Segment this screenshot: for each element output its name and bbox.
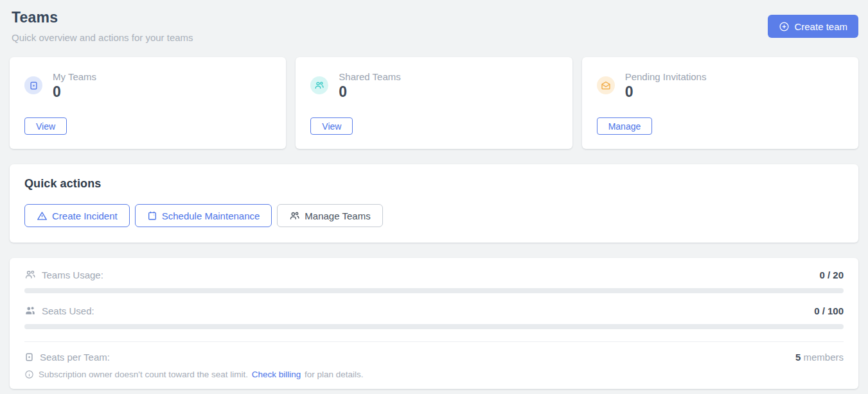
teams-usage-row: Teams Usage: 0 / 20 — [24, 269, 844, 280]
users-icon — [310, 76, 328, 94]
create-incident-label: Create Incident — [52, 210, 118, 221]
id-badge-icon — [24, 352, 34, 362]
warning-triangle-icon — [37, 210, 48, 221]
my-teams-view-button[interactable]: View — [24, 117, 67, 135]
teams-page: Teams Quick overview and actions for you… — [0, 0, 868, 389]
seats-used-value: 0 / 100 — [814, 305, 844, 316]
create-incident-button[interactable]: Create Incident — [24, 204, 130, 227]
teams-usage-label: Teams Usage: — [42, 270, 103, 280]
my-teams-card: My Teams 0 View — [10, 57, 286, 149]
card-value: 0 — [53, 85, 96, 99]
teams-usage-value: 0 / 20 — [819, 270, 844, 280]
check-billing-link[interactable]: Check billing — [252, 370, 301, 379]
shared-teams-view-button[interactable]: View — [310, 117, 353, 135]
seat-limit-note: Subscription owner doesn't count toward … — [24, 370, 844, 379]
create-team-label: Create team — [794, 21, 847, 32]
users-outline-icon — [24, 269, 36, 280]
calendar-icon — [147, 210, 157, 221]
quick-actions-panel: Quick actions Create Incident Schedule M… — [10, 164, 858, 243]
divider — [24, 341, 844, 342]
envelope-open-icon — [597, 76, 615, 94]
id-badge-icon — [24, 76, 42, 94]
shared-teams-card: Shared Teams 0 View — [296, 57, 572, 149]
quick-actions-title: Quick actions — [24, 177, 844, 191]
note-text-before: Subscription owner doesn't count toward … — [39, 370, 251, 379]
users-icon — [289, 210, 300, 221]
page-subtitle: Quick overview and actions for your team… — [10, 32, 193, 43]
create-team-button[interactable]: Create team — [768, 15, 858, 38]
manage-teams-button[interactable]: Manage Teams — [277, 204, 382, 227]
plus-circle-icon — [779, 21, 790, 32]
pending-invitations-card: Pending Invitations 0 Manage — [582, 57, 858, 149]
schedule-maintenance-label: Schedule Maintenance — [162, 210, 260, 221]
seats-used-row: Seats Used: 0 / 100 — [24, 305, 844, 316]
page-header: Teams Quick overview and actions for you… — [10, 9, 858, 43]
card-label: Shared Teams — [339, 71, 400, 82]
pending-invitations-manage-button[interactable]: Manage — [597, 117, 653, 135]
usage-panel: Teams Usage: 0 / 20 Seats Used: 0 / 100 — [10, 258, 858, 389]
card-value: 0 — [339, 85, 400, 99]
seats-used-progressbar — [24, 324, 844, 329]
info-circle-icon — [24, 370, 34, 379]
seats-per-team-row: Seats per Team: 5 members — [24, 352, 844, 363]
stat-cards-row: My Teams 0 View Shared Teams 0 Vi — [10, 57, 858, 149]
page-title: Teams — [10, 9, 193, 26]
card-label: My Teams — [53, 71, 96, 82]
schedule-maintenance-button[interactable]: Schedule Maintenance — [135, 204, 272, 227]
note-text-after: for plan details. — [302, 370, 363, 379]
card-label: Pending Invitations — [625, 71, 707, 82]
page-header-text: Teams Quick overview and actions for you… — [10, 9, 193, 43]
seats-used-label: Seats Used: — [42, 305, 94, 316]
seats-per-team-label: Seats per Team: — [40, 352, 110, 363]
card-value: 0 — [625, 85, 707, 99]
teams-usage-progressbar — [24, 288, 844, 293]
users-filled-icon — [24, 305, 36, 316]
seats-per-team-value: 5 members — [795, 352, 844, 363]
manage-teams-label: Manage Teams — [305, 210, 370, 221]
quick-actions-buttons: Create Incident Schedule Maintenance — [24, 204, 844, 227]
